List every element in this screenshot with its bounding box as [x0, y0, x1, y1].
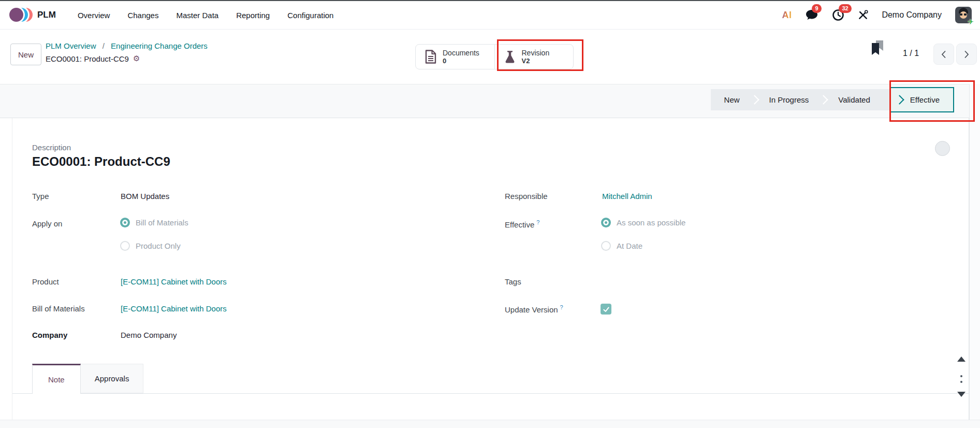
new-button[interactable]: New — [10, 44, 41, 65]
debug-tools-button[interactable] — [858, 10, 868, 20]
scroll-indicator[interactable] — [956, 356, 968, 403]
messages-badge: 9 — [812, 4, 821, 13]
product-label: Product — [32, 277, 59, 286]
app-name[interactable]: PLM — [37, 10, 56, 20]
scrollbar-track[interactable] — [969, 84, 980, 428]
avatar-glasses — [960, 13, 962, 16]
effective-option-asap-label: As soon as possible — [617, 218, 685, 227]
ai-assistant-icon[interactable]: AI — [782, 10, 792, 21]
logo-shape-purple — [9, 8, 23, 22]
tab-note[interactable]: Note — [32, 364, 81, 394]
apply-on-option-bom-label: Bill of Materials — [136, 218, 188, 227]
bill-of-materials-label: Bill of Materials — [32, 304, 85, 313]
scroll-down-icon[interactable] — [957, 392, 966, 397]
company-label: Company — [32, 331, 67, 339]
chevron-left-icon — [941, 50, 946, 59]
tags-label: Tags — [505, 277, 521, 286]
company-value[interactable]: Demo Company — [121, 331, 177, 339]
effective-label: Effective? — [505, 219, 539, 229]
menu-overview[interactable]: Overview — [78, 11, 110, 20]
status-step-in-progress[interactable]: In Progress — [758, 95, 821, 104]
type-label: Type — [32, 192, 49, 201]
help-icon[interactable]: ? — [560, 304, 563, 310]
bookmark-icon — [871, 40, 885, 56]
checkmark-icon — [603, 306, 610, 313]
document-icon — [425, 50, 436, 64]
radio-unselected-icon[interactable] — [601, 241, 611, 251]
pager-next-button[interactable] — [956, 44, 977, 65]
notebook-tabs: Note Approvals — [12, 364, 969, 394]
status-step-validated[interactable]: Validated — [827, 95, 881, 104]
annotation-box-revision — [497, 39, 583, 71]
menu-configuration[interactable]: Configuration — [287, 11, 333, 20]
type-value[interactable]: BOM Updates — [121, 192, 169, 201]
plm-app-icon[interactable] — [9, 7, 31, 23]
scroll-up-icon[interactable] — [957, 356, 966, 362]
bottom-strip — [0, 420, 980, 428]
product-value-link[interactable]: [E-COM11] Cabinet with Doors — [121, 277, 227, 286]
statusbar-steps: New In Progress Validated — [711, 89, 890, 110]
menu-master-data[interactable]: Master Data — [176, 11, 218, 20]
radio-selected-icon[interactable] — [601, 218, 611, 227]
apply-on-option-bom[interactable]: Bill of Materials — [120, 218, 188, 227]
menu-changes[interactable]: Changes — [127, 11, 158, 20]
scroll-dot — [960, 375, 962, 377]
breadcrumb-separator: / — [103, 41, 105, 50]
attention-indicator-circle[interactable] — [935, 141, 950, 156]
annotation-box-effective — [889, 80, 975, 122]
documents-label: Documents — [443, 49, 479, 57]
activities-badge: 32 — [839, 4, 851, 13]
messages-button[interactable]: 9 — [805, 9, 818, 21]
menu-reporting[interactable]: Reporting — [236, 11, 270, 20]
update-version-label: Update Version? — [505, 304, 563, 314]
chevron-right-icon — [964, 50, 969, 59]
user-avatar[interactable]: ✈ — [955, 7, 972, 23]
effective-option-asap[interactable]: As soon as possible — [601, 218, 685, 227]
scroll-dot — [960, 381, 962, 383]
breadcrumb-current-record: ECO0001: Product-CC9 ⚙ — [46, 54, 140, 63]
update-version-checkbox[interactable] — [601, 304, 611, 315]
apply-on-option-product-only-label: Product Only — [136, 241, 181, 250]
apply-on-label: Apply on — [32, 219, 62, 228]
responsible-label: Responsible — [505, 192, 548, 201]
description-field-label: Description — [32, 143, 71, 152]
radio-unselected-icon[interactable] — [120, 241, 130, 251]
apply-on-option-product-only[interactable]: Product Only — [120, 241, 181, 251]
top-navbar: PLM Overview Changes Master Data Reporti… — [0, 0, 980, 30]
effective-option-at-date[interactable]: At Date — [601, 241, 642, 251]
breadcrumb-eco-list[interactable]: Engineering Change Orders — [111, 41, 208, 50]
documents-count: 0 — [443, 57, 479, 65]
pager-previous-button[interactable] — [933, 44, 954, 65]
eco-title[interactable]: ECO0001: Product-CC9 — [32, 154, 170, 169]
main-menu: Overview Changes Master Data Reporting C… — [78, 11, 334, 20]
pager-counter: 1 / 1 — [903, 49, 919, 58]
plane-icon: ✈ — [968, 18, 974, 26]
bill-of-materials-value-link[interactable]: [E-COM11] Cabinet with Doors — [121, 304, 227, 313]
tools-icon — [858, 10, 868, 20]
status-step-new[interactable]: New — [713, 95, 751, 104]
responsible-value-link[interactable]: Mitchell Admin — [602, 192, 652, 201]
tab-approvals[interactable]: Approvals — [81, 364, 144, 393]
update-version-label-text: Update Version — [505, 305, 558, 314]
systray: AI 9 32 — [782, 7, 972, 23]
company-switcher[interactable]: Demo Company — [882, 10, 942, 20]
breadcrumb: PLM Overview / Engineering Change Orders — [46, 41, 208, 50]
documents-smart-button[interactable]: Documents 0 — [416, 45, 494, 69]
radio-selected-icon[interactable] — [120, 218, 130, 227]
help-icon[interactable]: ? — [536, 219, 539, 225]
gear-icon[interactable]: ⚙ — [133, 54, 140, 63]
effective-option-at-date-label: At Date — [617, 241, 642, 250]
effective-label-text: Effective — [505, 220, 534, 229]
bookmark-button[interactable] — [871, 40, 885, 58]
breadcrumb-plm-overview[interactable]: PLM Overview — [46, 41, 96, 50]
documents-button-text: Documents 0 — [443, 49, 479, 65]
current-record-name: ECO0001: Product-CC9 — [46, 54, 129, 63]
activities-button[interactable]: 32 — [832, 9, 844, 21]
pager-buttons — [933, 44, 977, 65]
plm-app-window: PLM Overview Changes Master Data Reporti… — [0, 0, 980, 428]
